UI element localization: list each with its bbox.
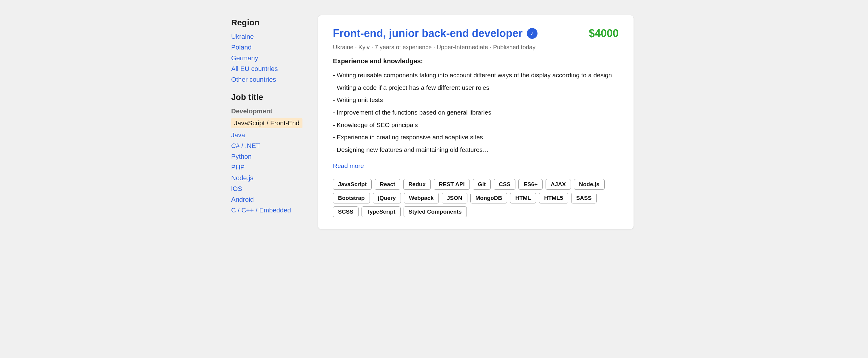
sidebar-link-nodejs[interactable]: Node.js — [231, 174, 303, 182]
main-content: Front-end, junior back-end developer ✓ $… — [309, 9, 643, 235]
sidebar-link-germany[interactable]: Germany — [231, 54, 303, 62]
sidebar-link-c-embedded[interactable]: C / C++ / Embedded — [231, 206, 303, 214]
tag-json[interactable]: JSON — [442, 193, 467, 204]
tag-node-js[interactable]: Node.js — [574, 179, 604, 190]
tag-git[interactable]: Git — [473, 179, 491, 190]
tag-css[interactable]: CSS — [494, 179, 516, 190]
tag-html5[interactable]: HTML5 — [539, 193, 568, 204]
job-title-row: Front-end, junior back-end developer ✓ — [333, 27, 537, 40]
experience-title: Experience and knowledges: — [333, 57, 619, 65]
desc-line-5: - Knowledge of SEO principals — [333, 120, 619, 130]
tag-redux[interactable]: Redux — [403, 179, 431, 190]
tag-styled-components[interactable]: Styled Components — [404, 206, 467, 217]
tag-scss[interactable]: SCSS — [333, 206, 359, 217]
sidebar-link-csharp-dotnet[interactable]: C# / .NET — [231, 142, 303, 150]
tag-mongodb[interactable]: MongoDB — [470, 193, 507, 204]
desc-line-3: - Writing unit tests — [333, 95, 619, 105]
jobtitle-section: Job title Development JavaScript / Front… — [231, 92, 303, 214]
region-title: Region — [231, 18, 303, 27]
tag-typescript[interactable]: TypeScript — [362, 206, 401, 217]
job-salary: $4000 — [589, 27, 619, 40]
tag-rest-api[interactable]: REST API — [434, 179, 470, 190]
sidebar-link-java[interactable]: Java — [231, 131, 303, 139]
tag-javascript[interactable]: JavaScript — [333, 179, 372, 190]
sidebar-link-other-countries[interactable]: Other countries — [231, 76, 303, 84]
tag-bootstrap[interactable]: Bootstrap — [333, 193, 370, 204]
job-card-header: Front-end, junior back-end developer ✓ $… — [333, 27, 619, 40]
tag-sass[interactable]: SASS — [571, 193, 597, 204]
read-more-link[interactable]: Read more — [333, 162, 364, 170]
job-meta: Ukraine · Kyiv · 7 years of experience ·… — [333, 44, 619, 51]
tag-es6-[interactable]: ES6+ — [519, 179, 542, 190]
job-card: Front-end, junior back-end developer ✓ $… — [318, 15, 634, 230]
sidebar-link-all-eu[interactable]: All EU countries — [231, 65, 303, 73]
desc-line-2: - Writing a code if a project has a few … — [333, 82, 619, 93]
jobtitle-title: Job title — [231, 92, 303, 102]
sidebar-link-python[interactable]: Python — [231, 153, 303, 160]
sidebar-link-poland[interactable]: Poland — [231, 43, 303, 51]
page-container: Region Ukraine Poland Germany All EU cou… — [225, 9, 643, 235]
tag-jquery[interactable]: jQuery — [373, 193, 401, 204]
sidebar: Region Ukraine Poland Germany All EU cou… — [225, 9, 309, 235]
verified-icon: ✓ — [527, 28, 537, 39]
sidebar-link-ios[interactable]: iOS — [231, 185, 303, 193]
desc-line-6: - Experience in creating responsive and … — [333, 132, 619, 143]
sidebar-link-android[interactable]: Android — [231, 196, 303, 204]
jobtitle-category: Development — [231, 108, 303, 115]
job-title: Front-end, junior back-end developer — [333, 27, 523, 40]
tags-container: JavaScriptReactReduxREST APIGitCSSES6+AJ… — [333, 179, 619, 217]
region-section: Region Ukraine Poland Germany All EU cou… — [231, 18, 303, 84]
desc-line-7: - Designing new features and maintaining… — [333, 144, 619, 155]
sidebar-link-php[interactable]: PHP — [231, 163, 303, 171]
desc-line-4: - Improvement of the functions based on … — [333, 107, 619, 118]
tag-ajax[interactable]: AJAX — [546, 179, 571, 190]
sidebar-link-ukraine[interactable]: Ukraine — [231, 33, 303, 40]
sidebar-link-javascript-frontend[interactable]: JavaScript / Front-End — [231, 118, 303, 128]
desc-line-1: - Writing reusable components taking int… — [333, 70, 619, 81]
tag-webpack[interactable]: Webpack — [404, 193, 439, 204]
job-description: - Writing reusable components taking int… — [333, 70, 619, 155]
tag-html[interactable]: HTML — [510, 193, 536, 204]
tag-react[interactable]: React — [375, 179, 400, 190]
